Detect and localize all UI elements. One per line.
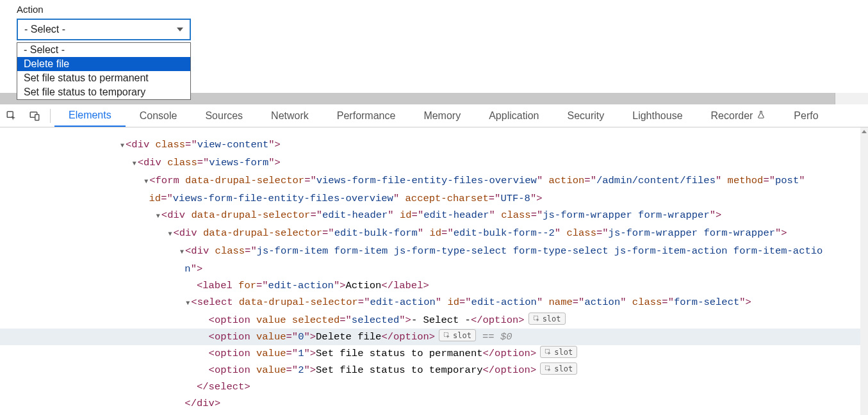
divider-handle[interactable]	[835, 93, 868, 104]
disclosure-triangle-icon[interactable]	[179, 243, 185, 261]
disclosure-triangle-icon[interactable]	[131, 154, 138, 172]
dom-node[interactable]: <div data-drupal-selector="edit-bulk-for…	[0, 225, 860, 243]
action-option-delete[interactable]: Delete file	[17, 57, 190, 71]
tab-performance-insights[interactable]: Perfo	[780, 104, 818, 127]
dom-node[interactable]: <option value="2">Set file status to tem…	[0, 362, 860, 378]
action-select-value: - Select -	[24, 24, 65, 35]
dom-node[interactable]: <select data-drupal-selector="edit-actio…	[0, 294, 860, 312]
disclosure-triangle-icon[interactable]	[167, 225, 173, 243]
dom-tree[interactable]: <div class="view-content"> <div class="v…	[0, 127, 860, 415]
dom-node-cont[interactable]: n">	[0, 261, 860, 277]
action-label: Action	[17, 4, 868, 15]
dom-node[interactable]: <option value="1">Set file status to per…	[0, 345, 860, 362]
tab-application[interactable]: Application	[475, 104, 553, 127]
slot-badge[interactable]: slot	[540, 362, 577, 375]
dom-node[interactable]: <label for="edit-action">Action</label>	[0, 277, 860, 294]
dom-node[interactable]: <option value selected="selected">- Sele…	[0, 312, 860, 329]
dom-node-selected[interactable]: <option value="0">Delete file</option>sl…	[0, 329, 860, 345]
tab-console[interactable]: Console	[126, 104, 192, 127]
devtools-toolbar: Elements Console Sources Network Perform…	[0, 104, 868, 127]
slot-badge[interactable]: slot	[540, 346, 577, 358]
device-toggle-icon[interactable]	[23, 104, 46, 127]
dom-node[interactable]: <div class="views-form">	[0, 154, 860, 172]
scrollbar[interactable]	[860, 127, 868, 415]
tab-performance[interactable]: Performance	[323, 104, 410, 127]
slot-badge[interactable]: slot	[528, 313, 566, 325]
inspect-icon[interactable]	[0, 104, 23, 127]
action-dropdown[interactable]: - Select - Delete file Set file status t…	[17, 42, 191, 100]
dom-node-cont[interactable]: id="views-form-file-entity-files-overvie…	[0, 190, 860, 207]
tab-elements[interactable]: Elements	[54, 104, 126, 127]
selected-indicator: == $0	[482, 331, 512, 343]
disclosure-triangle-icon[interactable]	[155, 207, 161, 225]
tab-network[interactable]: Network	[257, 104, 323, 127]
action-option-placeholder[interactable]: - Select -	[17, 43, 190, 57]
disclosure-triangle-icon[interactable]	[143, 172, 149, 190]
dom-node[interactable]: <div data-drupal-selector="edit-header" …	[0, 207, 860, 225]
chevron-down-icon	[177, 28, 183, 31]
tab-memory[interactable]: Memory	[409, 104, 475, 127]
dom-node-close[interactable]: </select>	[0, 378, 860, 395]
dom-node[interactable]: <form data-drupal-selector="views-form-f…	[0, 172, 860, 190]
action-option-temporary[interactable]: Set file status to temporary	[17, 85, 190, 99]
svg-rect-2	[35, 114, 39, 120]
action-select[interactable]: - Select -	[17, 19, 191, 40]
tab-lighthouse[interactable]: Lighthouse	[618, 104, 696, 127]
disclosure-triangle-icon[interactable]	[119, 136, 126, 154]
action-option-permanent[interactable]: Set file status to permanent	[17, 71, 190, 85]
dom-node-close[interactable]: </div>	[0, 395, 860, 412]
dom-node[interactable]: <div class="view-content">	[0, 136, 860, 154]
tab-sources[interactable]: Sources	[191, 104, 257, 127]
tab-security[interactable]: Security	[553, 104, 618, 127]
flask-icon	[757, 110, 766, 122]
scroll-up-icon[interactable]	[860, 127, 868, 135]
slot-badge[interactable]: slot	[439, 329, 476, 341]
dom-node[interactable]: <div class="js-form-item form-item js-fo…	[0, 243, 860, 261]
disclosure-triangle-icon[interactable]	[184, 294, 191, 312]
tab-recorder[interactable]: Recorder	[697, 104, 780, 127]
